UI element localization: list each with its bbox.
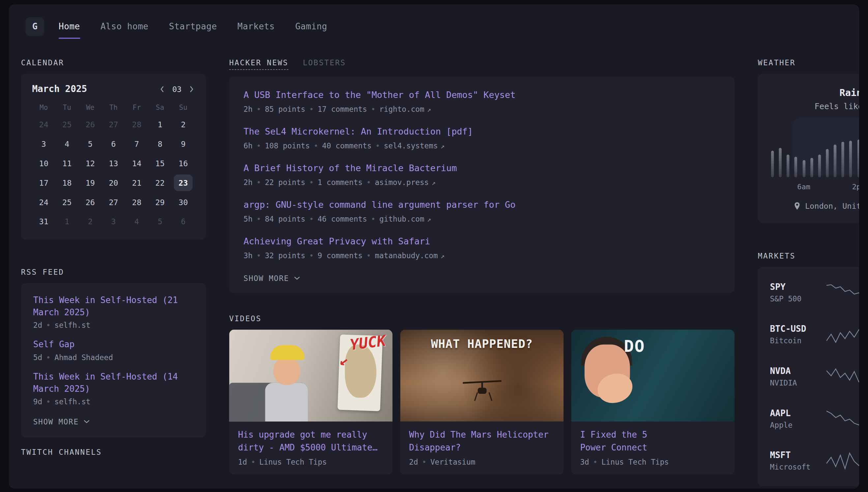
rss-item-source: Ahmad Shadeed [54,353,113,362]
hn-story-domain[interactable]: sel4.systems↗ [384,141,445,150]
calendar-day[interactable]: 15 [148,153,172,173]
calendar-day[interactable]: 31 [32,212,55,231]
calendar-day-number: 21 [132,178,141,187]
calendar-day[interactable]: 2 [172,115,195,134]
hn-story-domain[interactable]: github.com↗ [379,214,431,223]
calendar-day[interactable]: 2 [79,212,102,231]
calendar-prev-button[interactable] [159,84,165,93]
rss-item-title[interactable]: Self Gap [33,338,194,350]
hn-story-domain[interactable]: righto.com↗ [379,104,431,114]
market-ticker: NVDA [770,366,826,376]
calendar-day[interactable]: 11 [55,153,79,173]
calendar-day-number: 6 [111,139,116,148]
video-card[interactable]: WHAT HAPPENED?Why Did The Mars Helicopte… [400,329,563,474]
calendar-day[interactable]: 5 [79,134,102,154]
weather-bars [771,126,859,177]
hn-story-points: 32 points [265,251,306,260]
calendar-day[interactable]: 25 [55,192,79,212]
calendar-day[interactable]: 24 [32,115,55,134]
calendar-day[interactable]: 5 [148,212,172,231]
calendar-day[interactable]: 26 [79,115,102,134]
video-card[interactable]: DOI Fixed the 5 Power Connect3d•Linus Te… [572,329,735,474]
calendar-day[interactable]: 27 [102,115,125,134]
helicopter-leg-shape [474,392,478,401]
market-row-aapl[interactable]: AAPLApple+1.95%$218.27 [770,398,859,440]
app-container: G HomeAlso homeStartpageMarketsGaming CA… [9,4,859,488]
video-thumbnail: YUCK↙ [229,329,393,421]
market-sparkline [826,283,859,302]
nav-item-startpage[interactable]: Startpage [169,21,217,31]
market-row-btc-usd[interactable]: BTC-USDBitcoin+1.39%$84,999.29 [770,314,859,356]
market-row-msft[interactable]: MSFTMicrosoft+1.14%$391.26 [770,440,859,482]
calendar-day[interactable]: 12 [79,153,102,173]
calendar-day[interactable]: 29 [148,192,172,212]
calendar-day-number: 2 [181,120,186,129]
calendar-day[interactable]: 28 [125,192,149,212]
calendar-day[interactable]: 9 [172,134,195,154]
tab-lobsters[interactable]: LOBSTERS [303,58,346,70]
calendar-day[interactable]: 22 [148,173,172,192]
video-thumbnail: WHAT HAPPENED? [400,329,563,421]
calendar-day[interactable]: 26 [79,192,102,212]
nav-item-markets[interactable]: Markets [237,21,274,31]
calendar-day[interactable]: 25 [55,115,79,134]
rss-show-more-button[interactable]: SHOW MORE [33,417,90,426]
nav-item-gaming[interactable]: Gaming [295,21,327,31]
calendar-day[interactable]: 14 [125,153,149,173]
calendar-day-today[interactable]: 23 [172,173,195,192]
hn-story-meta: 3h•32 points•9 comments•matanabudy.com↗ [243,251,720,260]
market-row-spy[interactable]: SPYS&P 500-0.27%$563.98 [770,271,859,314]
calendar-day[interactable]: 1 [148,115,172,134]
calendar-day[interactable]: 10 [32,153,55,173]
rss-item-title[interactable]: This Week in Self-Hosted (14 March 2025) [33,371,194,395]
section-title-weather: WEATHER [758,58,859,67]
calendar-day[interactable]: 20 [102,173,125,192]
calendar-day[interactable]: 8 [148,134,172,154]
calendar-day[interactable]: 4 [55,134,79,154]
calendar-day[interactable]: 4 [125,212,149,231]
app-logo[interactable]: G [25,17,44,35]
calendar-day[interactable]: 7 [125,134,149,154]
hn-story-domain[interactable]: asimov.press↗ [375,178,435,187]
calendar-next-button[interactable] [188,84,195,93]
calendar-day[interactable]: 17 [32,173,55,192]
hn-story-domain[interactable]: matanabudy.com↗ [375,251,445,260]
calendar-day[interactable]: 27 [102,192,125,212]
calendar-day[interactable]: 16 [172,153,195,173]
calendar-widget: March 2025 03 MoTuWeThFrSaSu 24252627281… [21,74,206,240]
bullet-separator: • [593,458,598,467]
tab-hacker-news[interactable]: HACKER NEWS [229,58,288,70]
calendar-day[interactable]: 18 [55,173,79,192]
rss-item-title[interactable]: This Week in Self-Hosted (21 March 2025) [33,294,194,319]
right-column: WEATHER Rain Feels like 11°C 12° 6am 2pm… [758,48,859,486]
calendar-day[interactable]: 1 [55,212,79,231]
calendar-day[interactable]: 21 [125,173,149,192]
calendar-day[interactable]: 30 [172,192,195,212]
calendar-day[interactable]: 13 [102,153,125,173]
weather-location: London, United Kingdom [805,201,859,211]
hn-story-title[interactable]: A Brief History of the Miracle Bacterium [243,162,720,175]
video-title[interactable]: His upgrade got me really dirty - AMD $5… [229,421,393,454]
nav-item-home[interactable]: Home [59,21,80,31]
calendar-day[interactable]: 6 [172,212,195,231]
video-title[interactable]: Why Did The Mars Helicopter Disappear? [400,421,563,454]
calendar-day[interactable]: 28 [125,115,149,134]
hn-story-title[interactable]: A USB Interface to the "Mother of All De… [243,89,720,102]
calendar-day[interactable]: 19 [79,173,102,192]
market-row-nvda[interactable]: NVDANVIDIA-0.70%$117.70 [770,355,859,398]
calendar-day-number: 15 [155,158,164,168]
top-nav: G HomeAlso homeStartpageMarketsGaming [9,4,859,48]
calendar-day[interactable]: 3 [102,212,125,231]
hn-story-title[interactable]: The SeL4 Microkernel: An Introduction [p… [243,125,720,139]
hn-show-more-button[interactable]: SHOW MORE [243,274,300,282]
rss-show-more-label: SHOW MORE [33,417,79,426]
calendar-day[interactable]: 24 [32,192,55,212]
nav-item-also-home[interactable]: Also home [101,21,149,31]
video-title[interactable]: I Fixed the 5 Power Connect [572,421,735,454]
hn-story-title[interactable]: Achieving Great Privacy with Safari [243,235,720,248]
calendar-day[interactable]: 6 [102,134,125,154]
video-card[interactable]: YUCK↙His upgrade got me really dirty - A… [229,329,393,474]
bullet-separator: • [366,178,371,187]
calendar-day[interactable]: 3 [32,134,55,154]
hn-story-title[interactable]: argp: GNU-style command line argument pa… [243,198,720,212]
